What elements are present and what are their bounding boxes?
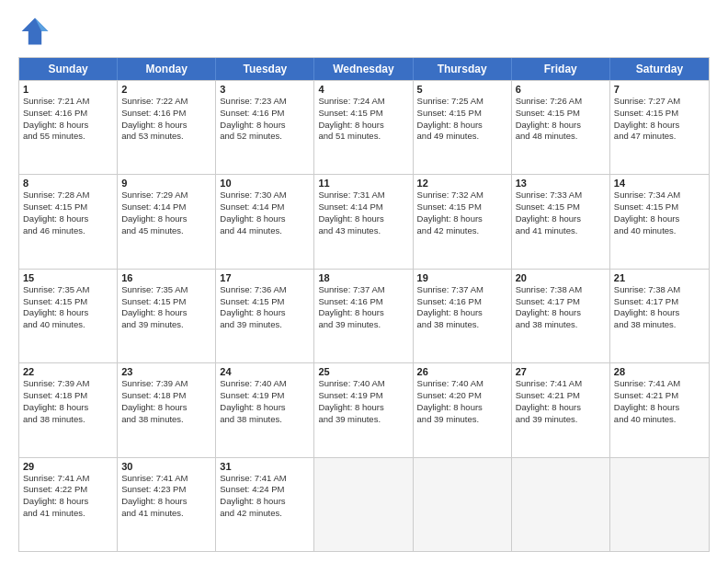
cell-info-line: Sunrise: 7:34 AM — [614, 190, 705, 201]
cell-info-line: Sunrise: 7:35 AM — [23, 284, 113, 296]
day-number: 25 — [318, 366, 408, 377]
cell-info-line: Daylight: 8 hours — [516, 307, 606, 319]
cell-info-line: Sunset: 4:14 PM — [121, 201, 211, 213]
cell-info-line: and 38 minutes. — [23, 414, 113, 426]
cell-info-line: Sunrise: 7:33 AM — [516, 190, 606, 201]
day-number: 12 — [417, 178, 507, 189]
day-number: 24 — [220, 366, 310, 377]
cell-info-line: Sunrise: 7:41 AM — [516, 378, 606, 390]
calendar-cell: 23Sunrise: 7:39 AMSunset: 4:18 PMDayligh… — [118, 363, 216, 456]
cell-info-line: Sunrise: 7:35 AM — [121, 284, 211, 296]
calendar-cell: 2Sunrise: 7:22 AMSunset: 4:16 PMDaylight… — [118, 81, 216, 174]
calendar-cell: 15Sunrise: 7:35 AMSunset: 4:15 PMDayligh… — [19, 270, 118, 362]
cell-info-line: Sunset: 4:15 PM — [318, 108, 408, 120]
cell-info-line: Daylight: 8 hours — [121, 402, 211, 414]
cell-info-line: Sunrise: 7:38 AM — [614, 284, 705, 296]
cell-info-line: Sunrise: 7:41 AM — [220, 473, 310, 485]
day-number: 9 — [121, 178, 211, 189]
day-number: 1 — [23, 84, 113, 95]
calendar-cell: 21Sunrise: 7:38 AMSunset: 4:17 PMDayligh… — [610, 270, 709, 362]
cell-info-line: and 44 minutes. — [220, 225, 310, 237]
cell-info-line: Sunrise: 7:29 AM — [121, 190, 211, 201]
cell-info-line: Sunset: 4:17 PM — [614, 296, 705, 308]
cell-info-line: Sunset: 4:16 PM — [23, 108, 113, 120]
cell-info-line: Daylight: 8 hours — [23, 496, 113, 508]
cell-info-line: and 38 minutes. — [417, 319, 507, 331]
cell-info-line: Daylight: 8 hours — [220, 120, 310, 132]
calendar-cell: 12Sunrise: 7:32 AMSunset: 4:15 PMDayligh… — [414, 175, 512, 268]
calendar-cell: 10Sunrise: 7:30 AMSunset: 4:14 PMDayligh… — [216, 175, 314, 268]
cell-info-line: Sunrise: 7:26 AM — [516, 96, 606, 108]
cell-info-line: and 38 minutes. — [516, 319, 606, 331]
cell-info-line: Sunrise: 7:32 AM — [417, 190, 507, 201]
cell-info-line: Sunset: 4:16 PM — [318, 296, 408, 308]
cell-info-line: Daylight: 8 hours — [220, 307, 310, 319]
cell-info-line: Sunset: 4:15 PM — [23, 296, 113, 308]
cell-info-line: Sunset: 4:15 PM — [121, 296, 211, 308]
cell-info-line: Sunset: 4:14 PM — [220, 201, 310, 213]
page: SundayMondayTuesdayWednesdayThursdayFrid… — [0, 0, 728, 563]
day-number: 18 — [318, 272, 408, 283]
calendar-cell: 1Sunrise: 7:21 AMSunset: 4:16 PMDaylight… — [19, 81, 118, 174]
cell-info-line: Sunrise: 7:40 AM — [417, 378, 507, 390]
logo — [18, 15, 57, 48]
cell-info-line: Daylight: 8 hours — [318, 120, 408, 132]
cell-info-line: Sunrise: 7:39 AM — [23, 378, 113, 390]
cell-info-line: and 46 minutes. — [23, 225, 113, 237]
calendar: SundayMondayTuesdayWednesdayThursdayFrid… — [18, 57, 710, 552]
cell-info-line: and 42 minutes. — [417, 225, 507, 237]
cell-info-line: Sunrise: 7:39 AM — [121, 378, 211, 390]
cell-info-line: and 41 minutes. — [121, 508, 211, 520]
cell-info-line: Daylight: 8 hours — [318, 402, 408, 414]
cell-info-line: Sunrise: 7:28 AM — [23, 190, 113, 201]
cell-info-line: Daylight: 8 hours — [121, 496, 211, 508]
cell-info-line: Daylight: 8 hours — [220, 402, 310, 414]
day-number: 19 — [417, 272, 507, 283]
cell-info-line: Daylight: 8 hours — [516, 120, 606, 132]
cell-info-line: and 42 minutes. — [220, 508, 310, 520]
cell-info-line: Daylight: 8 hours — [220, 496, 310, 508]
cell-info-line: Sunset: 4:16 PM — [220, 108, 310, 120]
cell-info-line: Daylight: 8 hours — [318, 213, 408, 225]
cell-info-line: and 38 minutes. — [220, 414, 310, 426]
cell-info-line: Sunset: 4:21 PM — [516, 390, 606, 402]
cell-info-line: Sunset: 4:17 PM — [516, 296, 606, 308]
cell-info-line: Daylight: 8 hours — [614, 120, 705, 132]
calendar-cell: 20Sunrise: 7:38 AMSunset: 4:17 PMDayligh… — [512, 270, 610, 362]
day-number: 21 — [614, 272, 705, 283]
cell-info-line: Sunrise: 7:40 AM — [318, 378, 408, 390]
calendar-cell: 29Sunrise: 7:41 AMSunset: 4:22 PMDayligh… — [19, 458, 118, 551]
calendar-cell: 17Sunrise: 7:36 AMSunset: 4:15 PMDayligh… — [216, 270, 314, 362]
day-number: 29 — [23, 461, 113, 472]
cell-info-line: Sunrise: 7:24 AM — [318, 96, 408, 108]
cell-info-line: and 40 minutes. — [614, 225, 705, 237]
cell-info-line: Daylight: 8 hours — [417, 402, 507, 414]
calendar-cell: 5Sunrise: 7:25 AMSunset: 4:15 PMDaylight… — [414, 81, 512, 174]
day-number: 17 — [220, 272, 310, 283]
day-number: 3 — [220, 84, 310, 95]
cell-info-line: Sunset: 4:14 PM — [318, 201, 408, 213]
cell-info-line: Sunset: 4:20 PM — [417, 390, 507, 402]
cell-info-line: and 40 minutes. — [23, 319, 113, 331]
cell-info-line: Daylight: 8 hours — [318, 307, 408, 319]
cell-info-line: Daylight: 8 hours — [23, 402, 113, 414]
cell-info-line: and 49 minutes. — [417, 131, 507, 143]
cell-info-line: Sunrise: 7:37 AM — [318, 284, 408, 296]
calendar-row: 15Sunrise: 7:35 AMSunset: 4:15 PMDayligh… — [19, 269, 709, 362]
cell-info-line: Daylight: 8 hours — [417, 307, 507, 319]
cell-info-line: Sunset: 4:22 PM — [23, 484, 113, 496]
calendar-cell: 26Sunrise: 7:40 AMSunset: 4:20 PMDayligh… — [414, 363, 512, 456]
logo-icon — [18, 15, 51, 48]
cell-info-line: Sunset: 4:19 PM — [318, 390, 408, 402]
cell-info-line: Sunrise: 7:37 AM — [417, 284, 507, 296]
cell-info-line: and 39 minutes. — [516, 414, 606, 426]
calendar-body: 1Sunrise: 7:21 AMSunset: 4:16 PMDaylight… — [19, 80, 709, 551]
calendar-cell: 11Sunrise: 7:31 AMSunset: 4:14 PMDayligh… — [314, 175, 413, 268]
day-of-week-header: Friday — [512, 58, 610, 80]
cell-info-line: and 39 minutes. — [318, 319, 408, 331]
cell-info-line: Sunrise: 7:40 AM — [220, 378, 310, 390]
cell-info-line: and 38 minutes. — [121, 414, 211, 426]
day-number: 27 — [516, 366, 606, 377]
day-number: 15 — [23, 272, 113, 283]
day-number: 11 — [318, 178, 408, 189]
